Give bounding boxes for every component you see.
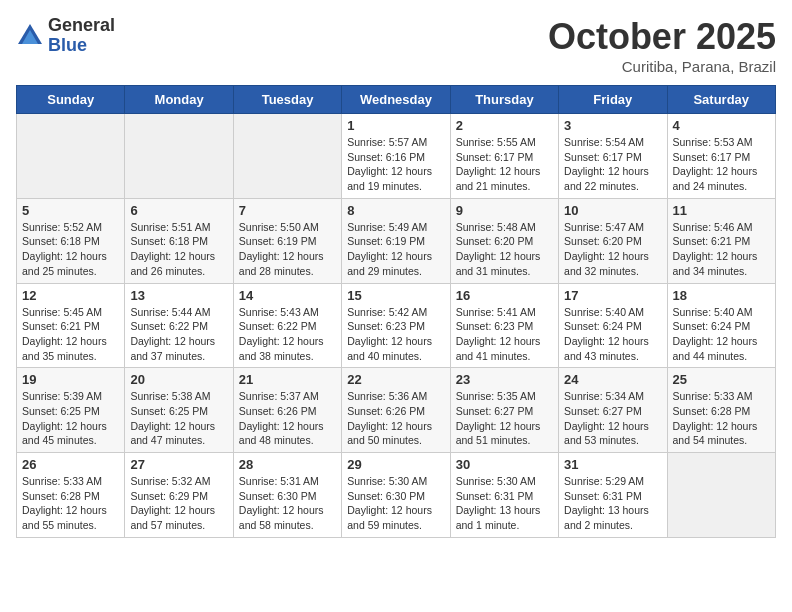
day-info: Sunrise: 5:35 AM Sunset: 6:27 PM Dayligh…	[456, 389, 553, 448]
calendar-cell: 28Sunrise: 5:31 AM Sunset: 6:30 PM Dayli…	[233, 453, 341, 538]
calendar-cell	[125, 114, 233, 199]
day-info: Sunrise: 5:41 AM Sunset: 6:23 PM Dayligh…	[456, 305, 553, 364]
day-info: Sunrise: 5:31 AM Sunset: 6:30 PM Dayligh…	[239, 474, 336, 533]
calendar-cell: 13Sunrise: 5:44 AM Sunset: 6:22 PM Dayli…	[125, 283, 233, 368]
calendar-cell: 8Sunrise: 5:49 AM Sunset: 6:19 PM Daylig…	[342, 198, 450, 283]
weekday-header-monday: Monday	[125, 86, 233, 114]
day-info: Sunrise: 5:38 AM Sunset: 6:25 PM Dayligh…	[130, 389, 227, 448]
weekday-header-thursday: Thursday	[450, 86, 558, 114]
day-info: Sunrise: 5:47 AM Sunset: 6:20 PM Dayligh…	[564, 220, 661, 279]
day-number: 15	[347, 288, 444, 303]
day-info: Sunrise: 5:29 AM Sunset: 6:31 PM Dayligh…	[564, 474, 661, 533]
calendar-cell: 4Sunrise: 5:53 AM Sunset: 6:17 PM Daylig…	[667, 114, 775, 199]
calendar-cell: 16Sunrise: 5:41 AM Sunset: 6:23 PM Dayli…	[450, 283, 558, 368]
day-info: Sunrise: 5:34 AM Sunset: 6:27 PM Dayligh…	[564, 389, 661, 448]
calendar-cell: 24Sunrise: 5:34 AM Sunset: 6:27 PM Dayli…	[559, 368, 667, 453]
day-info: Sunrise: 5:40 AM Sunset: 6:24 PM Dayligh…	[673, 305, 770, 364]
calendar-cell: 17Sunrise: 5:40 AM Sunset: 6:24 PM Dayli…	[559, 283, 667, 368]
calendar-cell: 1Sunrise: 5:57 AM Sunset: 6:16 PM Daylig…	[342, 114, 450, 199]
day-number: 11	[673, 203, 770, 218]
calendar-cell	[667, 453, 775, 538]
day-number: 20	[130, 372, 227, 387]
calendar-cell: 21Sunrise: 5:37 AM Sunset: 6:26 PM Dayli…	[233, 368, 341, 453]
calendar-body: 1Sunrise: 5:57 AM Sunset: 6:16 PM Daylig…	[17, 114, 776, 538]
day-number: 25	[673, 372, 770, 387]
page-header: General Blue October 2025 Curitiba, Para…	[16, 16, 776, 75]
day-number: 18	[673, 288, 770, 303]
day-info: Sunrise: 5:42 AM Sunset: 6:23 PM Dayligh…	[347, 305, 444, 364]
calendar-cell: 29Sunrise: 5:30 AM Sunset: 6:30 PM Dayli…	[342, 453, 450, 538]
day-info: Sunrise: 5:33 AM Sunset: 6:28 PM Dayligh…	[22, 474, 119, 533]
day-number: 2	[456, 118, 553, 133]
calendar-cell: 23Sunrise: 5:35 AM Sunset: 6:27 PM Dayli…	[450, 368, 558, 453]
day-number: 16	[456, 288, 553, 303]
calendar-cell: 3Sunrise: 5:54 AM Sunset: 6:17 PM Daylig…	[559, 114, 667, 199]
day-info: Sunrise: 5:43 AM Sunset: 6:22 PM Dayligh…	[239, 305, 336, 364]
day-info: Sunrise: 5:44 AM Sunset: 6:22 PM Dayligh…	[130, 305, 227, 364]
day-number: 31	[564, 457, 661, 472]
day-number: 29	[347, 457, 444, 472]
calendar-week-row: 1Sunrise: 5:57 AM Sunset: 6:16 PM Daylig…	[17, 114, 776, 199]
day-number: 5	[22, 203, 119, 218]
day-info: Sunrise: 5:57 AM Sunset: 6:16 PM Dayligh…	[347, 135, 444, 194]
day-info: Sunrise: 5:53 AM Sunset: 6:17 PM Dayligh…	[673, 135, 770, 194]
day-number: 9	[456, 203, 553, 218]
day-number: 28	[239, 457, 336, 472]
day-number: 22	[347, 372, 444, 387]
calendar-cell: 11Sunrise: 5:46 AM Sunset: 6:21 PM Dayli…	[667, 198, 775, 283]
day-info: Sunrise: 5:49 AM Sunset: 6:19 PM Dayligh…	[347, 220, 444, 279]
logo-general-label: General	[48, 16, 115, 36]
day-number: 26	[22, 457, 119, 472]
calendar-cell: 20Sunrise: 5:38 AM Sunset: 6:25 PM Dayli…	[125, 368, 233, 453]
day-info: Sunrise: 5:52 AM Sunset: 6:18 PM Dayligh…	[22, 220, 119, 279]
calendar-cell: 5Sunrise: 5:52 AM Sunset: 6:18 PM Daylig…	[17, 198, 125, 283]
day-info: Sunrise: 5:33 AM Sunset: 6:28 PM Dayligh…	[673, 389, 770, 448]
day-info: Sunrise: 5:51 AM Sunset: 6:18 PM Dayligh…	[130, 220, 227, 279]
day-number: 1	[347, 118, 444, 133]
day-info: Sunrise: 5:45 AM Sunset: 6:21 PM Dayligh…	[22, 305, 119, 364]
day-number: 4	[673, 118, 770, 133]
calendar-table: SundayMondayTuesdayWednesdayThursdayFrid…	[16, 85, 776, 538]
day-info: Sunrise: 5:50 AM Sunset: 6:19 PM Dayligh…	[239, 220, 336, 279]
day-number: 27	[130, 457, 227, 472]
calendar-week-row: 12Sunrise: 5:45 AM Sunset: 6:21 PM Dayli…	[17, 283, 776, 368]
day-info: Sunrise: 5:32 AM Sunset: 6:29 PM Dayligh…	[130, 474, 227, 533]
day-number: 19	[22, 372, 119, 387]
calendar-cell: 6Sunrise: 5:51 AM Sunset: 6:18 PM Daylig…	[125, 198, 233, 283]
calendar-week-row: 19Sunrise: 5:39 AM Sunset: 6:25 PM Dayli…	[17, 368, 776, 453]
calendar-cell: 25Sunrise: 5:33 AM Sunset: 6:28 PM Dayli…	[667, 368, 775, 453]
logo-blue-label: Blue	[48, 36, 115, 56]
day-number: 23	[456, 372, 553, 387]
day-info: Sunrise: 5:40 AM Sunset: 6:24 PM Dayligh…	[564, 305, 661, 364]
location-subtitle: Curitiba, Parana, Brazil	[548, 58, 776, 75]
day-info: Sunrise: 5:36 AM Sunset: 6:26 PM Dayligh…	[347, 389, 444, 448]
calendar-cell: 22Sunrise: 5:36 AM Sunset: 6:26 PM Dayli…	[342, 368, 450, 453]
calendar-cell: 7Sunrise: 5:50 AM Sunset: 6:19 PM Daylig…	[233, 198, 341, 283]
logo-text: General Blue	[48, 16, 115, 56]
day-info: Sunrise: 5:48 AM Sunset: 6:20 PM Dayligh…	[456, 220, 553, 279]
calendar-week-row: 5Sunrise: 5:52 AM Sunset: 6:18 PM Daylig…	[17, 198, 776, 283]
calendar-cell: 2Sunrise: 5:55 AM Sunset: 6:17 PM Daylig…	[450, 114, 558, 199]
weekday-header-sunday: Sunday	[17, 86, 125, 114]
title-block: October 2025 Curitiba, Parana, Brazil	[548, 16, 776, 75]
weekday-header-tuesday: Tuesday	[233, 86, 341, 114]
day-info: Sunrise: 5:37 AM Sunset: 6:26 PM Dayligh…	[239, 389, 336, 448]
day-number: 21	[239, 372, 336, 387]
month-title: October 2025	[548, 16, 776, 58]
day-number: 13	[130, 288, 227, 303]
calendar-cell: 19Sunrise: 5:39 AM Sunset: 6:25 PM Dayli…	[17, 368, 125, 453]
calendar-cell: 15Sunrise: 5:42 AM Sunset: 6:23 PM Dayli…	[342, 283, 450, 368]
day-info: Sunrise: 5:55 AM Sunset: 6:17 PM Dayligh…	[456, 135, 553, 194]
calendar-header: SundayMondayTuesdayWednesdayThursdayFrid…	[17, 86, 776, 114]
day-info: Sunrise: 5:30 AM Sunset: 6:31 PM Dayligh…	[456, 474, 553, 533]
calendar-cell	[233, 114, 341, 199]
calendar-week-row: 26Sunrise: 5:33 AM Sunset: 6:28 PM Dayli…	[17, 453, 776, 538]
calendar-cell: 26Sunrise: 5:33 AM Sunset: 6:28 PM Dayli…	[17, 453, 125, 538]
day-info: Sunrise: 5:39 AM Sunset: 6:25 PM Dayligh…	[22, 389, 119, 448]
calendar-cell: 9Sunrise: 5:48 AM Sunset: 6:20 PM Daylig…	[450, 198, 558, 283]
calendar-cell: 27Sunrise: 5:32 AM Sunset: 6:29 PM Dayli…	[125, 453, 233, 538]
weekday-header-row: SundayMondayTuesdayWednesdayThursdayFrid…	[17, 86, 776, 114]
weekday-header-friday: Friday	[559, 86, 667, 114]
day-number: 24	[564, 372, 661, 387]
calendar-cell: 14Sunrise: 5:43 AM Sunset: 6:22 PM Dayli…	[233, 283, 341, 368]
